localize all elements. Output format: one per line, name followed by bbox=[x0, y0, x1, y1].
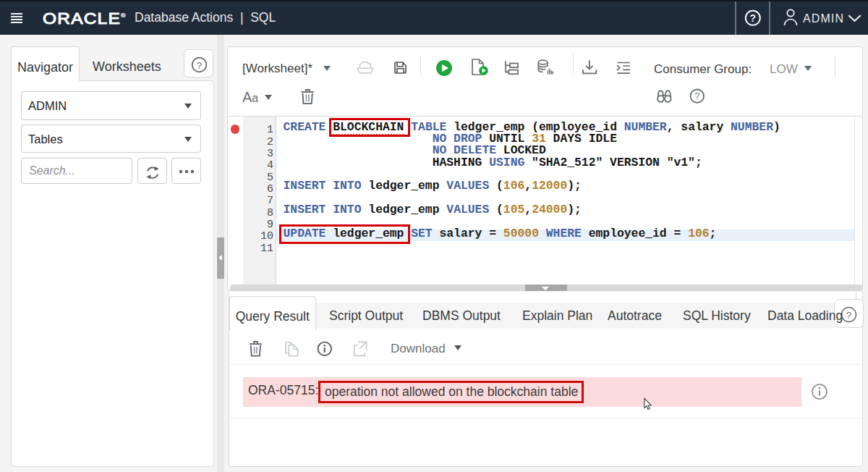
svg-text:?: ? bbox=[694, 90, 699, 101]
svg-text:?: ? bbox=[750, 12, 757, 23]
svg-text:?: ? bbox=[846, 309, 852, 320]
svg-text:?: ? bbox=[196, 59, 202, 70]
